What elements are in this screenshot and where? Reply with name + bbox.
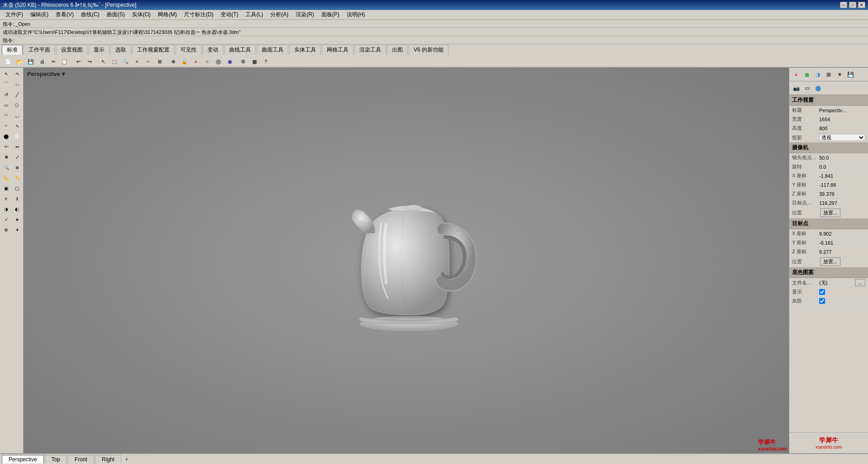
tool-open[interactable]: 📂 xyxy=(14,57,25,66)
lt-measure[interactable]: 📏 xyxy=(12,173,22,183)
lt-select-arrow[interactable]: ↖ xyxy=(1,69,11,79)
bottom-tab-top[interactable]: Top xyxy=(45,455,67,464)
lt-ungroup[interactable]: ▢ xyxy=(12,183,22,193)
tool-print[interactable]: 🖨 xyxy=(37,57,47,66)
lt-polygon[interactable]: ⬡ xyxy=(12,100,22,110)
tool-zoom-in[interactable]: + xyxy=(132,57,142,66)
lt-shading[interactable]: ◐ xyxy=(12,204,22,214)
menu-view[interactable]: 查看(V) xyxy=(52,10,77,19)
tool-circle-white[interactable]: ○ xyxy=(202,57,212,66)
lt-sphere-solid[interactable]: ⬤ xyxy=(1,131,11,141)
lt-freeform[interactable]: ~ xyxy=(1,121,11,131)
rp-icon-texture[interactable]: ⊞ xyxy=(824,70,834,80)
lt-properties[interactable]: ℹ xyxy=(12,194,22,204)
lt-extend[interactable]: ⇔ xyxy=(12,142,22,152)
rp-icon-sphere-btn[interactable]: ⬤ xyxy=(813,83,823,93)
viewport-area[interactable]: Perspective ▾ xyxy=(24,68,789,453)
tool-redo[interactable]: ↪ xyxy=(84,57,95,66)
tab-output[interactable]: 出图 xyxy=(387,45,408,55)
tab-setview[interactable]: 设置视图 xyxy=(56,45,88,55)
menu-mesh[interactable]: 网格(M) xyxy=(154,10,180,19)
tab-select[interactable]: 选取 xyxy=(110,45,131,55)
lt-zoom-sel[interactable]: ⊕ xyxy=(12,162,22,172)
maximize-button[interactable]: □ xyxy=(849,2,856,8)
tool-grid[interactable]: ▦ xyxy=(249,57,260,66)
menu-surface[interactable]: 曲面(S) xyxy=(103,10,128,19)
rp-icon-save-icon[interactable]: 💾 xyxy=(845,70,855,80)
menu-help[interactable]: 说明(H) xyxy=(343,10,369,19)
lt-extra2[interactable]: ✦ xyxy=(12,225,22,235)
lt-group[interactable]: ▣ xyxy=(1,183,11,193)
lt-arrow[interactable]: ➤ xyxy=(12,214,22,224)
close-button[interactable]: ✕ xyxy=(858,2,865,8)
rp-icon-camera-btn[interactable]: 📷 xyxy=(791,83,801,93)
tab-mesh-tools[interactable]: 网格工具 xyxy=(322,45,354,55)
menu-edit[interactable]: 编辑(E) xyxy=(27,10,52,19)
menu-transform[interactable]: 变动(T) xyxy=(217,10,242,19)
lt-line[interactable]: ╱ xyxy=(12,90,22,99)
lt-arc[interactable]: ◠ xyxy=(1,110,11,120)
minimize-button[interactable]: — xyxy=(840,2,847,8)
tool-undo[interactable]: ↩ xyxy=(73,57,84,66)
tool-gear[interactable]: ⚙ xyxy=(238,57,249,66)
tool-zoom-out[interactable]: − xyxy=(143,57,154,66)
tool-save[interactable]: 💾 xyxy=(25,57,36,66)
tab-curve-tools[interactable]: 曲线工具 xyxy=(224,45,256,55)
tool-blue-btn[interactable]: ◼ xyxy=(224,57,235,66)
bottom-tab-right[interactable]: Right xyxy=(95,455,121,464)
tab-render-tools[interactable]: 渲染工具 xyxy=(354,45,386,55)
lt-curve-edit[interactable]: ⌓ xyxy=(12,79,22,89)
lt-arc2[interactable]: ◡ xyxy=(12,110,22,120)
rp-icon-env[interactable]: ◑ xyxy=(813,70,823,80)
rp-icon-rect-btn[interactable]: ▭ xyxy=(802,83,812,93)
rp-icon-material[interactable]: ◼ xyxy=(802,70,812,80)
tab-display[interactable]: 显示 xyxy=(89,45,109,55)
tool-lock[interactable]: 🔒 xyxy=(179,57,190,66)
add-viewport-button[interactable]: + xyxy=(122,455,131,464)
tool-help[interactable]: ? xyxy=(260,57,271,66)
bottom-tab-perspective[interactable]: Perspective xyxy=(2,455,44,464)
menu-file[interactable]: 文件(F) xyxy=(2,10,27,19)
tab-v6-new[interactable]: V6 的新功能 xyxy=(409,45,448,55)
lt-spline[interactable]: ∿ xyxy=(12,121,22,131)
tab-surface-tools[interactable]: 曲面工具 xyxy=(257,45,288,55)
lt-box[interactable]: ⬜ xyxy=(12,131,22,141)
lt-rect[interactable]: ▭ xyxy=(1,100,11,110)
tool-select[interactable]: ↖ xyxy=(98,57,108,66)
bg-more-button[interactable]: ... xyxy=(855,279,865,286)
lt-move[interactable]: ✥ xyxy=(1,152,11,162)
command-input[interactable] xyxy=(15,38,151,43)
bg-gray-checkbox[interactable] xyxy=(819,298,825,304)
tool-zoom-all[interactable]: 🔍 xyxy=(120,57,131,66)
menu-render[interactable]: 渲染(R) xyxy=(292,10,318,19)
lt-scale[interactable]: ⤢ xyxy=(12,152,22,162)
place-camera-button[interactable]: 放置... xyxy=(820,208,840,217)
bg-show-checkbox[interactable] xyxy=(819,289,825,295)
menu-curve[interactable]: 曲线(C) xyxy=(77,10,103,19)
tool-cut[interactable]: ✂ xyxy=(48,57,59,66)
tab-transform[interactable]: 变动 xyxy=(203,45,223,55)
tool-zoom-window[interactable]: ⊞ xyxy=(154,57,165,66)
place-target-button[interactable]: 放置... xyxy=(820,257,840,266)
tool-osnap[interactable]: ⊕ xyxy=(168,57,179,66)
lt-select-point[interactable]: ·↖ xyxy=(12,69,22,79)
rp-icon-color[interactable]: ● xyxy=(791,70,801,80)
lt-analysis[interactable]: 📐 xyxy=(1,173,11,183)
tab-viewport-config[interactable]: 工作视窗配置 xyxy=(132,45,175,55)
tool-new[interactable]: 📄 xyxy=(3,57,14,66)
tool-sphere[interactable]: ⬤ xyxy=(213,57,224,66)
lt-check[interactable]: ✓ xyxy=(1,214,11,224)
lt-layer[interactable]: ≡ xyxy=(1,194,11,204)
menu-analyze[interactable]: 分析(A) xyxy=(267,10,292,19)
menu-tools[interactable]: 工具(L) xyxy=(242,10,267,19)
menu-panel[interactable]: 面板(P) xyxy=(318,10,343,19)
lt-curve[interactable]: ⌒ xyxy=(1,79,11,89)
tool-copy[interactable]: 📋 xyxy=(59,57,70,66)
tab-solid-tools[interactable]: 实体工具 xyxy=(289,45,321,55)
lt-rotate[interactable]: ↺ xyxy=(1,90,11,99)
bottom-tab-front[interactable]: Front xyxy=(68,455,94,464)
menu-dimension[interactable]: 尺寸标注(D) xyxy=(180,10,217,19)
lt-display-mode[interactable]: ◑ xyxy=(1,204,11,214)
projection-select[interactable]: 透视 平行 两点透视 xyxy=(819,134,865,141)
lt-zoom-vp[interactable]: 🔍 xyxy=(1,162,11,172)
